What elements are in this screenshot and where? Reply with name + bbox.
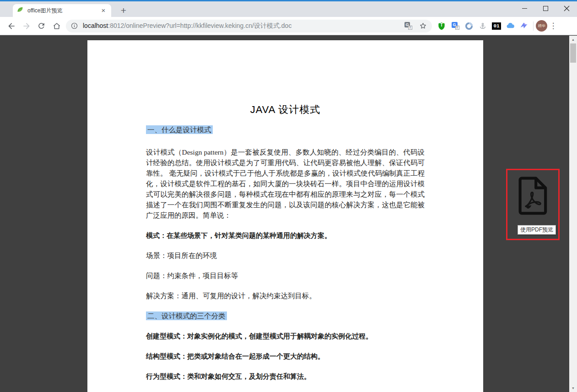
back-button[interactable] (4, 19, 19, 33)
maximize-button[interactable] (535, 0, 556, 17)
tab-close-icon[interactable]: × (99, 6, 108, 15)
minimize-button[interactable] (514, 0, 535, 17)
home-button[interactable] (49, 19, 64, 33)
page-info-icon[interactable] (70, 22, 78, 30)
line-scene: 场景：项目所在的环境 (146, 250, 425, 261)
spring-leaf-favicon (16, 6, 24, 15)
ring-extension-icon[interactable] (462, 19, 476, 33)
anchor-extension-icon[interactable] (476, 19, 490, 33)
paragraph-intro: 设计模式（Design pattern）是一套被反复使用、多数人知晓的、经过分类… (146, 147, 425, 220)
browser-tab[interactable]: office图片预览 × (13, 4, 111, 17)
line-problem: 问题：约束条件，项目目标等 (146, 270, 425, 281)
section-heading-1: 一、什么是设计模式 (146, 124, 425, 135)
url-host: localhost (83, 22, 108, 29)
url-text[interactable]: localhost:8012/onlinePreview?url=http://… (83, 22, 404, 30)
document-page: JAVA 设计模式 一、什么是设计模式 设计模式（Design pattern）… (87, 40, 483, 392)
shield-extension-icon[interactable]: T (435, 19, 448, 33)
home-icon (52, 21, 61, 31)
pdf-file-icon (516, 177, 550, 215)
line-creational: 创建型模式：对象实例化的模式，创建型模式用于解耦对象的实例化过程。 (146, 331, 425, 341)
pdf-preview-button[interactable]: 使用PDF预览 (506, 169, 560, 240)
bookmark-star-icon[interactable] (419, 21, 427, 30)
document-title: JAVA 设计模式 (146, 103, 425, 117)
browser-menu-icon[interactable]: ⋮ (547, 21, 559, 31)
cloud-extension-icon[interactable] (503, 19, 517, 33)
translate-extension-icon[interactable]: G 文 (448, 19, 462, 33)
maximize-icon (543, 6, 548, 11)
reload-button[interactable] (34, 19, 49, 33)
scroll-down-icon[interactable]: ▼ (569, 384, 577, 392)
line-behavioral: 行为型模式：类和对象如何交互，及划分责任和算法。 (146, 371, 425, 381)
extensions-row: T G 文 01 (435, 19, 559, 33)
scroll-up-icon[interactable]: ▲ (569, 36, 577, 43)
back-icon (7, 21, 16, 31)
page-content-area: JAVA 设计模式 一、什么是设计模式 设计模式（Design pattern）… (0, 36, 577, 392)
window-controls (514, 0, 577, 17)
profile-avatar[interactable]: 精华 (536, 20, 547, 32)
tab-strip: office图片预览 × + (0, 1, 577, 17)
section-heading-2: 二、设计模式的三个分类 (146, 311, 425, 321)
forward-icon (22, 21, 31, 31)
line-structural: 结构型模式：把类或对象结合在一起形成一个更大的结构。 (146, 351, 425, 361)
minimize-icon (522, 8, 527, 9)
line-pattern-definition: 模式：在某些场景下，针对某类问题的某种通用的解决方案。 (146, 230, 425, 241)
tab-title: office图片预览 (27, 7, 99, 15)
forward-button[interactable] (19, 19, 34, 33)
browser-toolbar: localhost:8012/onlinePreview?url=http://… (0, 17, 577, 35)
01-extension-icon[interactable]: 01 (490, 19, 503, 33)
translate-page-icon[interactable]: G 文 (404, 22, 412, 30)
browser-window: office图片预览 × + (0, 0, 577, 392)
toolbar-divider (533, 21, 534, 31)
bird-extension-icon[interactable] (517, 19, 531, 33)
scrollbar-thumb[interactable] (570, 43, 576, 63)
line-solution: 解决方案：通用、可复用的设计，解决约束达到目标。 (146, 290, 425, 301)
address-bar[interactable]: localhost:8012/onlinePreview?url=http://… (66, 20, 432, 32)
url-path: :8012/onlinePreview?url=http://kkfilevie… (108, 22, 291, 29)
close-button[interactable] (556, 0, 577, 17)
close-icon (564, 5, 570, 11)
new-tab-button[interactable]: + (117, 4, 130, 17)
vertical-scrollbar[interactable]: ▲ ▼ (569, 36, 577, 392)
pdf-preview-label: 使用PDF预览 (518, 225, 556, 235)
reload-icon (37, 21, 46, 30)
